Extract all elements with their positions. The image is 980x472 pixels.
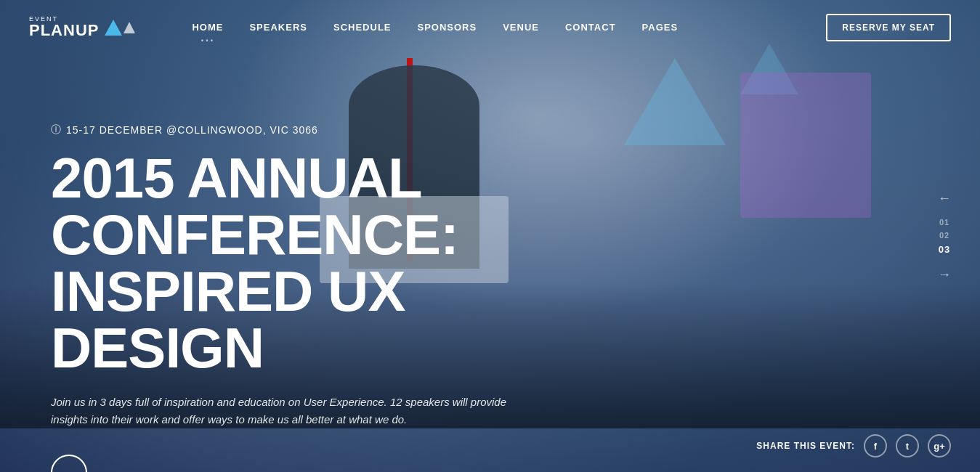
slide-navigation: ← 01 02 03 → bbox=[938, 192, 951, 281]
hero-section: EVENT PLANUP HOME ... SPEAKERS SCHEDULE … bbox=[0, 0, 980, 472]
slide-num-1[interactable]: 01 bbox=[939, 218, 949, 227]
share-bar: SHARE THIS EVENT: f t g+ bbox=[756, 434, 951, 457]
facebook-icon: f bbox=[874, 441, 877, 452]
hero-description: Join us in 3 days full of inspiration an… bbox=[51, 394, 545, 428]
hero-title: 2015 ANNUAL CONFERENCE: INSPIRED UX DESI… bbox=[51, 150, 603, 376]
location-pin-icon: ⓘ bbox=[51, 123, 62, 137]
slide-num-2[interactable]: 02 bbox=[939, 231, 949, 240]
reserve-seat-button[interactable]: RESERVE MY SEAT bbox=[826, 14, 951, 41]
twitter-icon: t bbox=[906, 441, 909, 452]
logo[interactable]: EVENT PLANUP bbox=[29, 16, 135, 38]
google-plus-share-button[interactable]: g+ bbox=[928, 434, 951, 457]
nav-item-sponsors[interactable]: SPONSORS bbox=[405, 0, 490, 54]
triangle-outline-icon bbox=[123, 22, 135, 33]
nav-item-contact[interactable]: CONTACT bbox=[552, 0, 629, 54]
event-location: ⓘ 15-17 DECEMBER @COLLINGWOOD, VIC 3066 bbox=[51, 123, 603, 137]
nav-item-home[interactable]: HOME ... bbox=[179, 0, 236, 54]
rectangle-decoration bbox=[740, 73, 871, 218]
slide-next-button[interactable]: → bbox=[938, 268, 951, 281]
share-label: SHARE THIS EVENT: bbox=[756, 441, 855, 451]
hero-arrow-button[interactable]: → bbox=[51, 455, 87, 472]
navbar: EVENT PLANUP HOME ... SPEAKERS SCHEDULE … bbox=[0, 0, 980, 54]
triangle-blue-icon bbox=[105, 20, 122, 36]
nav-item-pages[interactable]: PAGES bbox=[629, 0, 692, 54]
logo-triangles bbox=[105, 20, 135, 36]
nav-item-venue[interactable]: VENUE bbox=[490, 0, 552, 54]
logo-planup-text: PLANUP bbox=[29, 23, 99, 38]
home-dots: ... bbox=[201, 31, 214, 44]
hero-content: ⓘ 15-17 DECEMBER @COLLINGWOOD, VIC 3066 … bbox=[51, 123, 603, 472]
nav-item-speakers[interactable]: SPEAKERS bbox=[236, 0, 320, 54]
slide-numbers: 01 02 03 bbox=[939, 218, 950, 255]
triangle-decoration-1 bbox=[624, 58, 726, 145]
slide-num-3-active[interactable]: 03 bbox=[939, 244, 950, 255]
arrow-right-icon: → bbox=[62, 465, 76, 473]
slide-prev-button[interactable]: ← bbox=[938, 192, 951, 205]
nav-item-schedule[interactable]: SCHEDULE bbox=[320, 0, 405, 54]
google-plus-icon: g+ bbox=[934, 441, 945, 452]
twitter-share-button[interactable]: t bbox=[896, 434, 919, 457]
facebook-share-button[interactable]: f bbox=[864, 434, 887, 457]
